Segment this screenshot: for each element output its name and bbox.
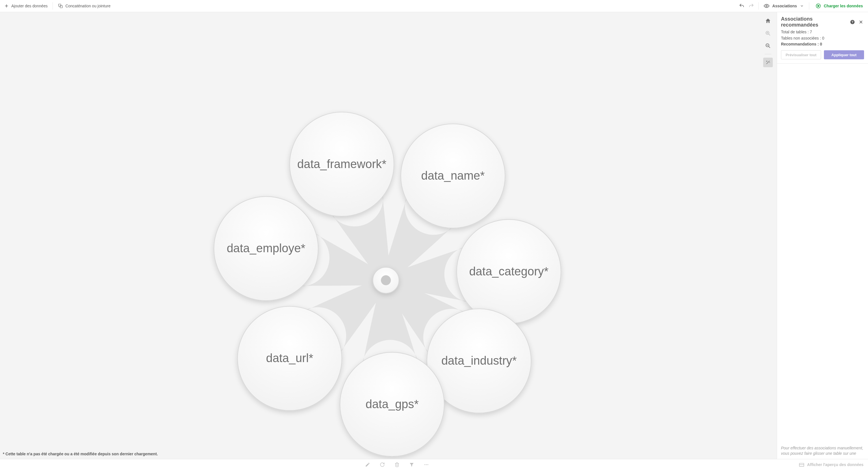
play-circle-icon bbox=[815, 3, 821, 9]
apply-all-label: Appliquer tout bbox=[832, 53, 857, 57]
apply-all-button[interactable]: Appliquer tout bbox=[824, 50, 864, 59]
canvas-tools bbox=[763, 16, 773, 67]
svg-point-6 bbox=[381, 275, 391, 285]
bottom-tools bbox=[0, 462, 794, 468]
help-button[interactable]: ? bbox=[849, 19, 856, 25]
add-data-button[interactable]: Ajouter des données bbox=[1, 0, 50, 12]
zoom-in-button bbox=[763, 29, 773, 38]
associations-canvas[interactable]: data_framework*data_name*data_employe*da… bbox=[0, 12, 777, 459]
concat-join-button[interactable]: Concaténation ou jointure bbox=[55, 0, 113, 12]
view-mode-label: Associations bbox=[772, 4, 797, 8]
preview-all-label: Prévisualiser tout bbox=[785, 53, 816, 57]
table-bubble[interactable]: data_framework* bbox=[290, 112, 394, 216]
close-panel-button[interactable] bbox=[858, 19, 864, 25]
stat-total-value: 7 bbox=[810, 30, 812, 34]
table-bubble[interactable]: data_employe* bbox=[214, 196, 318, 301]
preview-table-icon bbox=[799, 462, 804, 467]
stat-total-label: Total de tables : bbox=[781, 30, 810, 34]
svg-text:?: ? bbox=[851, 20, 853, 24]
edit-icon bbox=[365, 462, 371, 468]
panel-stats: Total de tables : 7 Tables non associées… bbox=[777, 29, 868, 49]
svg-rect-1 bbox=[60, 6, 62, 8]
svg-point-27 bbox=[428, 464, 428, 465]
svg-line-19 bbox=[769, 46, 770, 48]
toolbar-separator bbox=[53, 2, 53, 10]
table-bubble[interactable]: data_gps* bbox=[340, 352, 444, 457]
top-toolbar: Ajouter des données Concaténation ou joi… bbox=[0, 0, 868, 12]
stat-unassoc-value: 0 bbox=[822, 36, 825, 40]
table-bubble[interactable]: data_url* bbox=[238, 306, 342, 410]
table-bubble-label: data_industry* bbox=[441, 354, 517, 367]
svg-point-14 bbox=[766, 31, 769, 34]
trash-icon bbox=[394, 462, 400, 468]
canvas-footnote: * Cette table n'a pas été chargée ou a é… bbox=[3, 452, 158, 456]
svg-point-25 bbox=[425, 464, 426, 465]
view-mode-dropdown[interactable]: Associations bbox=[761, 0, 806, 12]
concat-join-label: Concaténation ou jointure bbox=[65, 4, 111, 8]
table-bubble-label: data_category* bbox=[469, 265, 549, 278]
plus-icon bbox=[4, 3, 9, 8]
table-bubble-label: data_framework* bbox=[297, 157, 386, 170]
svg-marker-4 bbox=[818, 5, 819, 7]
recommendations-panel: Associations recommandées ? Total de tab… bbox=[777, 12, 868, 459]
stat-unassoc-label: Tables non associées : bbox=[781, 36, 822, 40]
load-data-button[interactable]: Charger les données bbox=[811, 0, 867, 12]
undo-button[interactable] bbox=[737, 0, 746, 12]
tool-divider bbox=[765, 54, 771, 54]
show-data-preview-button[interactable]: Afficher l'aperçu des données bbox=[794, 462, 868, 467]
stat-reco-value: 0 bbox=[820, 42, 822, 46]
svg-rect-0 bbox=[59, 4, 61, 6]
magic-recommend-button[interactable] bbox=[763, 58, 773, 67]
preview-all-button[interactable]: Prévisualiser tout bbox=[781, 50, 821, 59]
panel-hint: Pour effectuer des associations manuelle… bbox=[777, 443, 868, 459]
stat-reco-label: Recommandations : bbox=[781, 42, 820, 46]
zoom-out-button[interactable] bbox=[763, 41, 773, 51]
main-area: data_framework*data_name*data_employe*da… bbox=[0, 12, 868, 459]
add-data-label: Ajouter des données bbox=[11, 4, 48, 8]
chevron-down-icon bbox=[800, 4, 804, 8]
refresh-icon bbox=[379, 462, 385, 468]
bottom-bar: Afficher l'aperçu des données bbox=[0, 459, 868, 470]
panel-title: Associations recommandées bbox=[781, 16, 847, 28]
svg-point-26 bbox=[426, 464, 427, 465]
table-bubble[interactable]: data_name* bbox=[401, 124, 505, 228]
load-data-label: Charger les données bbox=[824, 4, 863, 8]
concat-icon bbox=[58, 3, 63, 8]
eye-icon bbox=[764, 3, 769, 9]
table-bubble[interactable]: data_category* bbox=[457, 219, 561, 324]
table-bubble-label: data_url* bbox=[266, 351, 313, 365]
home-zoom-button[interactable] bbox=[763, 16, 773, 26]
svg-line-15 bbox=[769, 34, 770, 36]
table-bubble-label: data_gps* bbox=[366, 398, 419, 411]
svg-rect-28 bbox=[799, 463, 804, 466]
show-data-preview-label: Afficher l'aperçu des données bbox=[807, 462, 864, 467]
redo-button bbox=[746, 0, 756, 12]
table-bubble-label: data_employe* bbox=[227, 242, 305, 255]
toolbar-separator bbox=[809, 2, 809, 10]
more-icon bbox=[423, 462, 430, 468]
table-bubble-label: data_name* bbox=[421, 169, 485, 182]
filter-icon bbox=[409, 462, 415, 468]
svg-point-2 bbox=[766, 5, 767, 7]
